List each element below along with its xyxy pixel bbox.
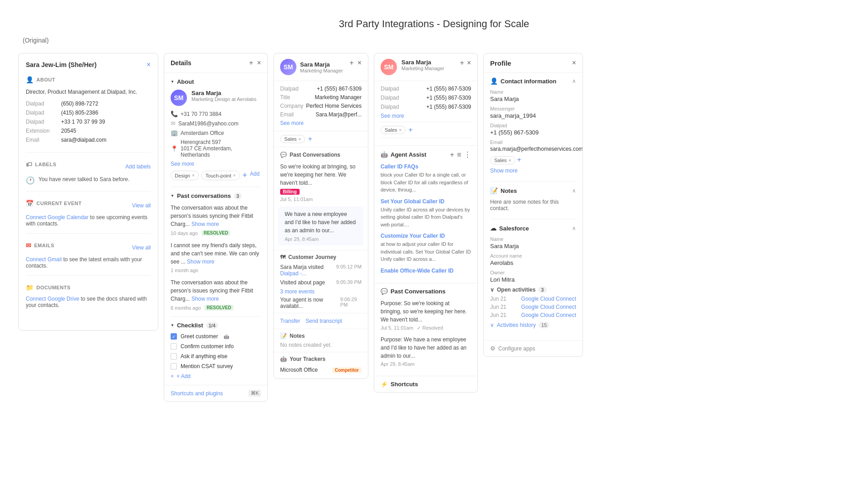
show-more-3[interactable]: Show more: [191, 296, 219, 302]
checkbox-3[interactable]: [171, 353, 177, 360]
activities-history-link[interactable]: ∨ Activities history 15: [490, 322, 576, 328]
more-events-link[interactable]: 3 more events: [280, 288, 362, 295]
conv-message-1: So we're looking at bringing, so we're k…: [274, 161, 368, 206]
view-all-events-link[interactable]: View all: [132, 202, 151, 209]
connect-google-drive-link[interactable]: Connect Google Drive: [26, 296, 79, 302]
conv-add-button[interactable]: +: [349, 59, 353, 67]
view-all-emails-link[interactable]: View all: [132, 244, 151, 251]
details-add-button[interactable]: +: [249, 59, 253, 67]
details-close-button[interactable]: ×: [257, 59, 261, 67]
contact-row-dialpad1: Dialpad (650) 898-7272: [26, 101, 151, 107]
history-count: 15: [539, 322, 549, 328]
connect-gmail-link[interactable]: Connect Gmail: [26, 256, 62, 263]
sf-field-account: Account name Aerolabs: [490, 253, 576, 266]
close-left-panel-button[interactable]: ×: [147, 61, 151, 69]
expand-icon: ∨: [490, 287, 494, 293]
remove-profile-sales-tag[interactable]: ×: [399, 128, 402, 133]
conv-actions-bar: Transfer Send transcript: [274, 313, 368, 329]
profile-tags-row: Sales × +: [381, 122, 471, 138]
contact-info-chevron[interactable]: ∧: [572, 78, 576, 84]
add-tag-button[interactable]: +: [243, 171, 248, 180]
far-right-panel: Profile × 👤 Contact information ∧ Name S…: [483, 53, 583, 357]
field-phone: 📞 +31 70 770 3884: [171, 110, 261, 117]
remove-design-tag-button[interactable]: ×: [192, 173, 195, 178]
convos-right-icon: 💬: [381, 288, 388, 295]
conv-header: SM Sara Marja Marketing Manager + ×: [274, 53, 368, 81]
location-icon: 📍: [171, 145, 178, 152]
far-right-close-button[interactable]: ×: [572, 59, 576, 67]
profile-add-button[interactable]: +: [460, 59, 464, 67]
fr-field-name: Name Sara Marja: [490, 89, 576, 102]
conv-close-button[interactable]: ×: [358, 59, 362, 67]
documents-section: 📁 DOCUMENTS Connect Google Drive to see …: [26, 284, 151, 315]
profile-shortcuts-title[interactable]: ⚡ Shortcuts: [381, 381, 471, 388]
shortcuts-bar[interactable]: Shortcuts and plugins ⌘K: [164, 385, 267, 401]
add-profile-tag-button[interactable]: +: [408, 126, 412, 134]
notes-icon: 📝: [280, 333, 287, 339]
oa-item-3: Jun 21 Google Cloud Connect: [490, 312, 576, 318]
assist-item-2-text: Unify caller ID across all your devices …: [381, 206, 471, 229]
about-collapsible-header[interactable]: ▼ About: [171, 78, 261, 85]
details-panel-actions: + ×: [249, 59, 261, 67]
send-transcript-button[interactable]: Send transcript: [305, 318, 342, 324]
add-tag-label[interactable]: Add: [250, 171, 259, 180]
salesforce-icon: ☁: [490, 225, 496, 232]
fr-show-more-link[interactable]: Show more: [490, 168, 518, 174]
oa-link-3[interactable]: Google Cloud Connect: [521, 312, 576, 318]
assist-item-2-title[interactable]: Set Your Global Caller ID: [381, 198, 471, 205]
agent-assist-more-button[interactable]: ⋮: [464, 150, 471, 159]
checkbox-1[interactable]: ✓: [171, 333, 177, 340]
oa-link-2[interactable]: Google Cloud Connect: [521, 304, 576, 310]
tracker-microsoft: Microsoft Office Competitor: [280, 365, 362, 375]
profile-see-more-link[interactable]: See more: [381, 113, 471, 119]
page-title: 3rd Party Integrations - Designing for S…: [9, 9, 859, 34]
configure-apps-button[interactable]: ⚙ Configure apps: [484, 340, 582, 356]
gear-icon: ⚙: [490, 345, 496, 352]
show-more-1[interactable]: Show more: [191, 221, 219, 227]
conv-trackers-section: 🤖 Your Trackers Microsoft Office Competi…: [274, 352, 368, 379]
conv-header-info: Sara Marja Marketing Manager: [300, 61, 349, 73]
customer-journey-section: 🗺 Customer Journey Sara Marja visited Di…: [274, 250, 368, 313]
contact-row-extension: Extension 20545: [26, 128, 151, 134]
checkbox-2[interactable]: [171, 343, 177, 350]
remove-sales-tag-conv[interactable]: ×: [299, 137, 301, 142]
remove-fr-sales-tag[interactable]: ×: [509, 158, 511, 163]
notes-fr-section: 📝 Notes ∧ Here are some notes for this c…: [490, 187, 576, 211]
fr-field-email: Email sara.marja@perfecthomeservices.com: [490, 139, 576, 152]
details-panel-body: ▼ About SM Sara Marja Marketing Design a…: [164, 73, 267, 385]
agent-assist-menu-button[interactable]: ≡: [457, 151, 461, 159]
add-conv-tag-button[interactable]: +: [308, 135, 312, 143]
add-checklist-item-button[interactable]: + + Add: [171, 373, 261, 379]
add-fr-tag-button[interactable]: +: [517, 156, 521, 163]
collapse-triangle-icon: ▼: [171, 80, 174, 84]
transfer-button[interactable]: Transfer: [280, 318, 300, 324]
details-panel-header: Details + ×: [164, 53, 267, 73]
assist-item-4-title[interactable]: Enable Office-Wide Caller ID: [381, 268, 471, 274]
salesforce-chevron[interactable]: ∧: [572, 225, 576, 231]
conv-info-company: Company Perfect Home Services: [280, 103, 362, 109]
assist-item-1-title[interactable]: Caller ID FAQs: [381, 163, 471, 170]
notes-chevron[interactable]: ∧: [572, 187, 576, 194]
profile-close-button[interactable]: ×: [467, 59, 471, 67]
fr-notes-text: Here are some notes for this contact.: [490, 199, 576, 211]
fr-field-messenger: Messenger sara_marja_1994: [490, 106, 576, 119]
contact-info-icon: 👤: [490, 77, 498, 85]
agent-assist-add-button[interactable]: +: [450, 151, 454, 159]
conv-see-more-link[interactable]: See more: [280, 120, 362, 126]
right-convo-2: Purpose: We have a new employee and I'd …: [381, 336, 471, 367]
checkbox-4[interactable]: [171, 363, 177, 369]
oa-link-1[interactable]: Google Cloud Connect: [521, 296, 576, 302]
add-labels-button[interactable]: Add labels: [125, 163, 151, 170]
convos-triangle-icon: ▼: [171, 194, 174, 198]
about-label: 👤 ABOUT: [26, 76, 151, 83]
connect-google-calendar-link[interactable]: Connect Google Calendar: [26, 214, 89, 221]
profile-shortcuts-section: ⚡ Shortcuts: [374, 376, 477, 392]
remove-touchpoint-tag-button[interactable]: ×: [233, 173, 236, 178]
see-more-about-link[interactable]: See more: [171, 161, 261, 167]
page-wrapper: 3rd Party Integrations - Designing for S…: [0, 0, 868, 489]
sara-avatar: SM: [381, 59, 397, 75]
show-more-2[interactable]: Show more: [187, 259, 215, 265]
salesforce-header: ☁ Salesforce ∧: [490, 225, 576, 232]
assist-item-3-title[interactable]: Customize Your Caller ID: [381, 233, 471, 239]
assist-item-1-text: block your Caller ID for a single call, …: [381, 171, 471, 194]
